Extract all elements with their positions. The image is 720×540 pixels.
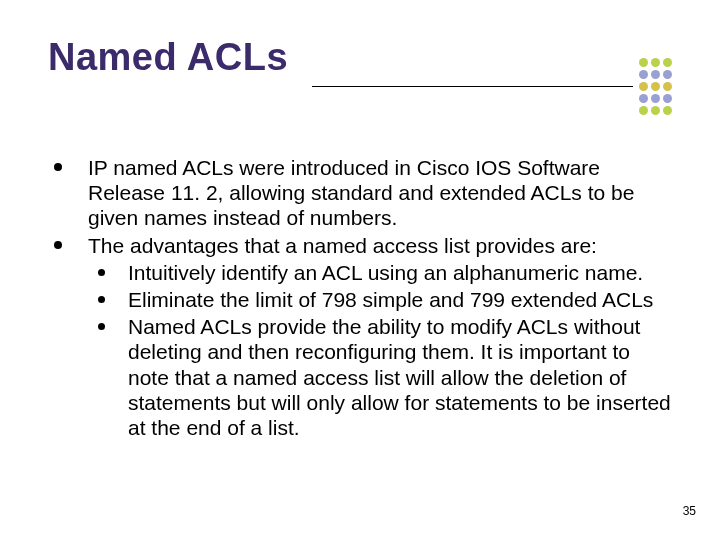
bullet-text: Named ACLs provide the ability to modify… <box>128 315 671 439</box>
dot-icon <box>639 82 648 91</box>
bullet-list-level2: Intuitively identify an ACL using an alp… <box>88 260 672 440</box>
dot-icon <box>639 106 648 115</box>
bullet-text: IP named ACLs were introduced in Cisco I… <box>88 156 634 229</box>
list-item: Eliminate the limit of 798 simple and 79… <box>88 287 672 312</box>
bullet-list-level1: IP named ACLs were introduced in Cisco I… <box>48 155 672 440</box>
page-number: 35 <box>683 504 696 518</box>
title-rule-wrap <box>312 58 672 115</box>
body-text: IP named ACLs were introduced in Cisco I… <box>48 155 672 440</box>
decorative-dots <box>639 58 672 115</box>
list-item: Named ACLs provide the ability to modify… <box>88 314 672 440</box>
dot-icon <box>663 106 672 115</box>
title-rule <box>312 86 633 87</box>
dot-icon <box>663 82 672 91</box>
dot-icon <box>651 70 660 79</box>
bullet-text: The advantages that a named access list … <box>88 234 597 257</box>
dot-icon <box>663 94 672 103</box>
slide: Named ACLs IP named ACLs were introduced… <box>0 0 720 540</box>
bullet-text: Intuitively identify an ACL using an alp… <box>128 261 643 284</box>
dot-icon <box>651 58 660 67</box>
title-row: Named ACLs <box>48 36 672 115</box>
page-title: Named ACLs <box>48 36 288 79</box>
dot-icon <box>651 82 660 91</box>
dot-icon <box>639 70 648 79</box>
list-item: IP named ACLs were introduced in Cisco I… <box>48 155 672 231</box>
dot-icon <box>651 94 660 103</box>
list-item: Intuitively identify an ACL using an alp… <box>88 260 672 285</box>
bullet-text: Eliminate the limit of 798 simple and 79… <box>128 288 653 311</box>
list-item: The advantages that a named access list … <box>48 233 672 441</box>
dot-icon <box>639 58 648 67</box>
dot-icon <box>639 94 648 103</box>
dot-icon <box>663 70 672 79</box>
dot-icon <box>651 106 660 115</box>
dot-icon <box>663 58 672 67</box>
